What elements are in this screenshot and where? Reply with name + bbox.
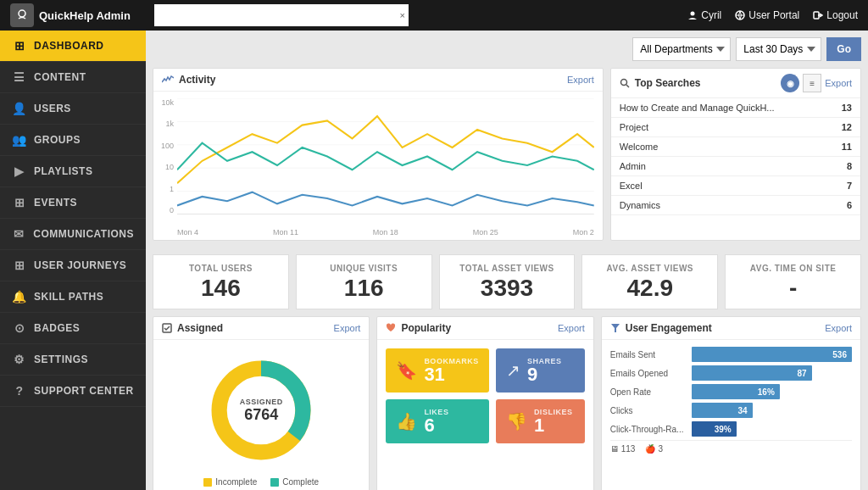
- search-count-3: 11: [842, 142, 852, 152]
- sidebar-item-user-journeys[interactable]: ⊞ USER JOURNEYS: [0, 250, 146, 281]
- stat-value-avg-time-on-site: -: [737, 276, 849, 300]
- go-button[interactable]: Go: [826, 37, 861, 61]
- sidebar-item-content[interactable]: ☰ CONTENT: [0, 62, 146, 93]
- stat-label-avg-time-on-site: AVG. TIME ON SITE: [737, 264, 849, 273]
- app-logo: QuickHelp Admin: [10, 3, 146, 27]
- sidebar-item-playlists[interactable]: ▶ PLAYLISTS: [0, 156, 146, 187]
- sidebar-item-events[interactable]: ⊞ EVENTS: [0, 187, 146, 219]
- engagement-bar-wrap-clicks: 34: [692, 403, 852, 418]
- popularity-bookmarks-card: 🔖 BOOKMARKS 31: [386, 348, 489, 393]
- stat-value-total-users: 146: [165, 276, 276, 300]
- engagement-row-open-rate: Open Rate 16%: [610, 384, 852, 399]
- searches-table: How to Create and Manage QuickH... 13 Pr…: [611, 98, 860, 215]
- dislikes-value: 1: [534, 416, 573, 435]
- search-row-3: Welcome 11: [611, 137, 860, 157]
- shares-label: SHARES: [527, 357, 562, 365]
- search-term-2: Project: [620, 122, 648, 132]
- popularity-grid: 🔖 BOOKMARKS 31 ↗ SHARES 9: [377, 340, 593, 452]
- activity-header-left: Activity: [162, 74, 215, 86]
- search-wrap: ×: [154, 4, 409, 26]
- sidebar-item-support-center[interactable]: ? SUPPORT CENTER: [0, 376, 146, 407]
- sidebar-label-groups: GROUPS: [34, 134, 81, 146]
- sidebar-label-content: CONTENT: [34, 71, 86, 83]
- sidebar-label-events: EVENTS: [34, 197, 77, 209]
- chart-svg-wrap: [177, 98, 594, 214]
- top-searches-panel: Top Searches ◉ ≡ Export How to Create an…: [610, 68, 861, 241]
- thumbs-up-icon: 👍: [396, 411, 417, 432]
- search-input[interactable]: [154, 4, 409, 26]
- user-link[interactable]: Cyril: [687, 9, 721, 21]
- popularity-export[interactable]: Export: [558, 323, 585, 333]
- user-icon: [687, 10, 698, 20]
- stat-avg-asset-views: AVG. ASSET VIEWS 42.9: [581, 254, 718, 309]
- logo-icon: [10, 3, 34, 27]
- engagement-header: User Engagement Export: [602, 317, 860, 340]
- svg-line-11: [626, 85, 629, 87]
- top-bar-right: Cyril User Portal Logout: [687, 9, 858, 21]
- sidebar-item-badges[interactable]: ⊙ BADGES: [0, 313, 146, 344]
- search-count-2: 12: [842, 122, 852, 132]
- donut-center: Assigned 6764: [240, 398, 283, 424]
- chart-x-labels: Mon 4 Mon 11 Mon 18 Mon 25 Mon 2: [177, 228, 594, 237]
- portal-link[interactable]: User Portal: [735, 9, 799, 21]
- time-filter[interactable]: Last 30 Days Last 7 Days Last 90 Days: [736, 37, 821, 61]
- search-clear-button[interactable]: ×: [400, 10, 405, 20]
- engagement-bar-open-rate: 16%: [692, 384, 780, 399]
- search-term-6: Dynamics: [620, 200, 660, 210]
- likes-value: 6: [424, 416, 448, 435]
- searches-chart-view-button[interactable]: ◉: [781, 74, 799, 92]
- assigned-check-icon: [162, 323, 172, 333]
- apple-icon: 🍎: [645, 444, 655, 454]
- engagement-bar-emails-opened: 87: [692, 365, 812, 381]
- engagement-body: Emails Sent 536 Emails Opened 87: [602, 340, 860, 464]
- sidebar-item-skill-paths[interactable]: 🔔 SKILL PATHS: [0, 281, 146, 313]
- dashboard-icon: ⊞: [12, 39, 27, 53]
- search-row-1: How to Create and Manage QuickH... 13: [611, 98, 860, 118]
- engagement-export[interactable]: Export: [825, 323, 852, 333]
- engagement-footer-windows: 🖥 113: [610, 444, 636, 454]
- sidebar-item-communications[interactable]: ✉ COMMUNICATIONS: [0, 219, 146, 250]
- search-count-6: 6: [847, 200, 852, 210]
- assigned-export[interactable]: Export: [334, 323, 361, 333]
- sidebar-item-settings[interactable]: ⚙ SETTINGS: [0, 344, 146, 376]
- department-filter[interactable]: All Departments: [632, 37, 731, 61]
- apple-count: 3: [658, 444, 663, 454]
- activity-chart: 10k 1k 100 10 1 0: [153, 92, 603, 240]
- legend-incomplete: Incomplete: [203, 477, 257, 487]
- engagement-bar-clicks: 34: [692, 403, 753, 418]
- activity-chart-icon: [162, 75, 174, 84]
- sidebar-item-users[interactable]: 👤 USERS: [0, 93, 146, 125]
- engagement-label-ctr: Click-Through-Ra...: [610, 425, 687, 434]
- user-journeys-icon: ⊞: [12, 259, 27, 272]
- activity-export[interactable]: Export: [567, 75, 594, 85]
- top-searches-export[interactable]: Export: [825, 78, 852, 88]
- searches-list-view-button[interactable]: ≡: [803, 74, 821, 92]
- svg-point-0: [19, 10, 25, 17]
- engagement-footer-apple: 🍎 3: [645, 444, 663, 454]
- engagement-label-emails-sent: Emails Sent: [610, 350, 687, 359]
- assigned-header-left: Assigned: [162, 322, 223, 334]
- stat-label-total-users: TOTAL USERS: [165, 264, 276, 273]
- logout-link[interactable]: Logout: [813, 9, 858, 21]
- chart-y-labels: 10k 1k 100 10 1 0: [153, 98, 177, 214]
- teal-line: [177, 143, 594, 170]
- legend-incomplete-label: Incomplete: [215, 477, 257, 487]
- engagement-value-emails-opened: 87: [798, 369, 807, 378]
- filter-bar: All Departments Last 30 Days Last 7 Days…: [153, 37, 861, 61]
- sidebar-label-badges: BADGES: [34, 322, 80, 334]
- engagement-value-emails-sent: 536: [832, 350, 847, 359]
- dislikes-content: DISLIKES 1: [534, 408, 573, 435]
- sidebar-item-groups[interactable]: 👥 GROUPS: [0, 125, 146, 156]
- events-icon: ⊞: [12, 196, 27, 209]
- search-row-4: Admin 8: [611, 157, 860, 176]
- search-term-3: Welcome: [620, 142, 659, 152]
- popularity-header-left: Popularity: [386, 322, 451, 334]
- search-row-5: Excel 7: [611, 176, 860, 196]
- search-term-1: How to Create and Manage QuickH...: [620, 103, 775, 113]
- legend-complete-label: Complete: [282, 477, 319, 487]
- heart-icon: [386, 323, 396, 333]
- settings-icon: ⚙: [12, 353, 27, 366]
- sidebar-item-dashboard[interactable]: ⊞ DASHBOARD: [0, 31, 146, 62]
- popularity-likes-card: 👍 LIKES 6: [386, 399, 489, 443]
- assigned-panel: Assigned Export Assigned: [153, 316, 370, 490]
